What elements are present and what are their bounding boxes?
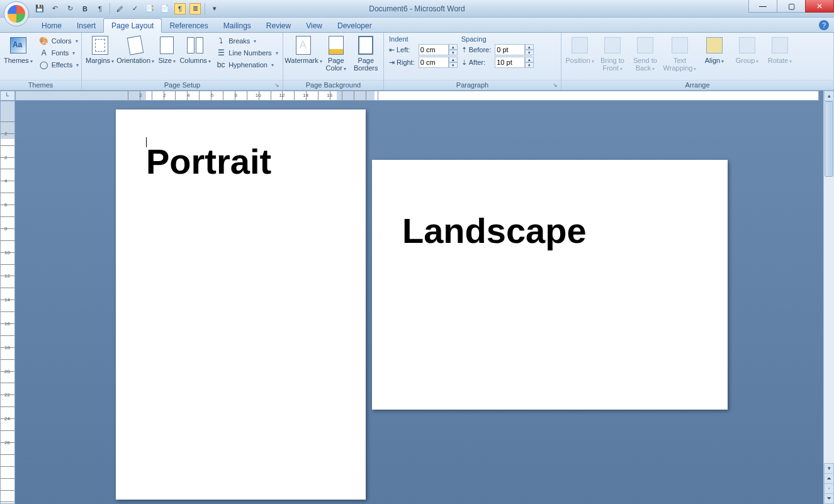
qat-undo-icon[interactable]: ↶ (49, 3, 60, 14)
office-button[interactable] (4, 1, 29, 26)
size-button[interactable]: Size▾ (155, 34, 178, 65)
line-numbers-label: Line Numbers (228, 49, 271, 57)
tab-insert[interactable]: Insert (69, 19, 103, 32)
tab-developer[interactable]: Developer (330, 19, 380, 32)
help-icon[interactable]: ? (819, 20, 829, 30)
page-color-icon (329, 36, 344, 55)
document-canvas[interactable]: Portrait Landscape (15, 101, 819, 504)
spacing-before-label: Before: (469, 46, 491, 53)
orientation-icon (127, 35, 144, 55)
line-numbers-icon: ☰ (216, 48, 226, 58)
hyphenation-label: Hyphenation (228, 61, 268, 69)
browse-object-button[interactable]: ◦ (824, 483, 834, 494)
indent-right-input[interactable] (419, 57, 449, 68)
fonts-label: Fonts (52, 49, 69, 57)
hyphenation-button[interactable]: bcHyphenation▾ (213, 59, 280, 70)
orientation-label: Orientation (116, 57, 150, 64)
group-paragraph: Indent Spacing ⇤Left: ▴▾ ⇡Before: ▴▾ ⇥Ri… (384, 33, 561, 90)
qat-spelling-icon[interactable]: ✓ (129, 3, 140, 14)
text-wrapping-button: Text Wrapping▾ (662, 34, 697, 73)
page-portrait[interactable]: Portrait (116, 109, 366, 500)
minimize-button[interactable]: — (748, 0, 777, 13)
vertical-ruler[interactable] (0, 101, 15, 504)
close-button[interactable]: ✕ (805, 0, 834, 13)
scroll-thumb[interactable] (825, 101, 833, 177)
scroll-up-button[interactable]: ▴ (824, 91, 834, 101)
position-label: Position (565, 57, 590, 64)
effects-label: Effects (52, 61, 72, 69)
indent-right-spinner[interactable]: ▴▾ (449, 57, 458, 68)
spacing-after-icon: ⇣ (461, 59, 467, 67)
breaks-label: Breaks (228, 37, 250, 45)
page-setup-launcher[interactable]: ↘ (273, 82, 281, 89)
colors-button[interactable]: 🎨Colors▾ (37, 35, 81, 47)
tab-mailings[interactable]: Mailings (216, 19, 259, 32)
breaks-icon: ⤵ (216, 36, 226, 46)
margins-button[interactable]: Margins▾ (84, 34, 115, 65)
breaks-button[interactable]: ⤵Breaks▾ (213, 35, 280, 47)
group-arrange-label: Arrange (685, 81, 709, 89)
effects-button[interactable]: ◯Effects▾ (37, 59, 81, 70)
spacing-before-input[interactable] (495, 44, 525, 55)
vertical-scrollbar[interactable]: ▴ ▾ ⏶ ◦ ⏷ (823, 91, 834, 504)
indent-left-input[interactable] (419, 44, 449, 55)
spacing-header: Spacing (461, 35, 534, 43)
page-landscape[interactable]: Landscape (372, 160, 728, 410)
spacing-before-spinner[interactable]: ▴▾ (525, 44, 534, 55)
orientation-button[interactable]: Orientation▾ (116, 34, 154, 65)
spacing-after-input[interactable] (495, 57, 525, 68)
next-page-button[interactable]: ⏷ (824, 493, 834, 504)
size-icon (160, 36, 174, 54)
tab-page-layout[interactable]: Page Layout (103, 18, 162, 33)
tab-home[interactable]: Home (34, 19, 69, 32)
themes-label: Themes (4, 57, 29, 64)
align-button[interactable]: Align▾ (699, 34, 730, 65)
ruler-corner[interactable]: L (0, 91, 15, 101)
align-icon (706, 37, 723, 53)
watermark-icon (296, 36, 311, 55)
group-page-background: Watermark▾ Page Color▾ Page Borders Page… (283, 33, 384, 90)
quick-access-toolbar: 💾 ↶ ↻ B ¶ 🖉 ✓ 📑 📄 ¶ ≣ ▾ (34, 3, 220, 14)
rotate-icon (772, 37, 788, 53)
qat-pilcrow-icon[interactable]: ¶ (94, 3, 106, 14)
indent-left-spinner[interactable]: ▴▾ (449, 44, 458, 55)
qat-save-icon[interactable]: 💾 (34, 3, 45, 14)
fonts-button[interactable]: AFonts▾ (37, 47, 81, 59)
tab-references[interactable]: References (162, 19, 215, 32)
qat-draw-icon[interactable]: 🖉 (114, 3, 125, 14)
align-label: Align (705, 57, 720, 64)
workspace: L Portrait Landscape (0, 91, 834, 504)
qat-page-icon[interactable]: 📄 (159, 3, 171, 14)
watermark-button[interactable]: Watermark▾ (286, 34, 321, 65)
qat-customize-icon[interactable]: ▾ (209, 3, 220, 14)
prev-page-button[interactable]: ⏶ (824, 473, 834, 484)
maximize-button[interactable]: ▢ (777, 0, 806, 13)
line-numbers-button[interactable]: ☰Line Numbers▾ (213, 47, 280, 59)
group-page-setup: Margins▾ Orientation▾ Size▾ Columns▾ ⤵Br… (82, 33, 283, 90)
page-text-portrait: Portrait (146, 141, 271, 182)
scroll-down-button[interactable]: ▾ (824, 463, 834, 474)
send-to-back-icon (637, 37, 653, 53)
tab-review[interactable]: Review (259, 19, 298, 32)
columns-label: Columns (179, 57, 206, 64)
effects-icon: ◯ (39, 60, 49, 70)
spacing-after-spinner[interactable]: ▴▾ (525, 57, 534, 68)
page-borders-button[interactable]: Page Borders (351, 34, 381, 72)
paragraph-launcher[interactable]: ↘ (551, 82, 559, 89)
qat-doc-icon[interactable]: 📑 (144, 3, 155, 14)
tab-view[interactable]: View (298, 19, 330, 32)
page-color-button[interactable]: Page Color▾ (322, 34, 350, 73)
columns-button[interactable]: Columns▾ (179, 34, 211, 65)
office-logo-icon (8, 5, 25, 23)
send-to-back-button: Send to Back▾ (629, 34, 661, 73)
qat-marks-icon[interactable]: ¶ (174, 3, 186, 14)
spacing-before-icon: ⇡ (461, 46, 467, 54)
themes-button[interactable]: Themes▾ (3, 34, 34, 65)
qat-bold-icon[interactable]: B (79, 3, 91, 14)
horizontal-ruler[interactable] (15, 91, 819, 101)
qat-redo-icon[interactable]: ↻ (64, 3, 76, 14)
group-page-setup-label: Page Setup (164, 81, 201, 89)
colors-label: Colors (52, 37, 72, 45)
qat-list-icon[interactable]: ≣ (189, 3, 201, 14)
rotate-label: Rotate (768, 57, 788, 64)
